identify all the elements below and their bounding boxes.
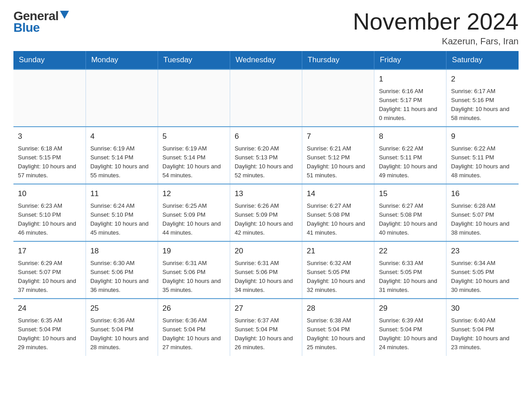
- weekday-header-row: Sunday Monday Tuesday Wednesday Thursday…: [13, 51, 519, 69]
- header-saturday: Saturday: [446, 51, 519, 69]
- calendar-cell-w3-d7: 16Sunrise: 6:28 AM Sunset: 5:07 PM Dayli…: [446, 184, 519, 241]
- day-number: 3: [18, 131, 81, 142]
- day-number: 4: [90, 131, 153, 142]
- calendar-cell-w4-d4: 20Sunrise: 6:31 AM Sunset: 5:06 PM Dayli…: [230, 241, 302, 299]
- calendar-body: 1Sunrise: 6:16 AM Sunset: 5:17 PM Daylig…: [13, 69, 519, 355]
- day-info: Sunrise: 6:17 AM Sunset: 5:16 PM Dayligh…: [451, 87, 514, 123]
- calendar-table: Sunday Monday Tuesday Wednesday Thursday…: [13, 51, 519, 355]
- day-info: Sunrise: 6:38 AM Sunset: 5:04 PM Dayligh…: [307, 316, 369, 352]
- calendar-cell-w5-d2: 25Sunrise: 6:36 AM Sunset: 5:04 PM Dayli…: [86, 299, 158, 355]
- day-info: Sunrise: 6:29 AM Sunset: 5:07 PM Dayligh…: [18, 259, 81, 295]
- day-info: Sunrise: 6:20 AM Sunset: 5:13 PM Dayligh…: [235, 144, 297, 180]
- logo-triangle-icon: [60, 11, 69, 20]
- calendar-cell-w5-d1: 24Sunrise: 6:35 AM Sunset: 5:04 PM Dayli…: [13, 299, 86, 355]
- calendar-cell-w2-d5: 7Sunrise: 6:21 AM Sunset: 5:12 PM Daylig…: [302, 127, 374, 184]
- calendar-cell-w5-d5: 28Sunrise: 6:38 AM Sunset: 5:04 PM Dayli…: [302, 299, 374, 355]
- day-info: Sunrise: 6:35 AM Sunset: 5:04 PM Dayligh…: [18, 316, 81, 352]
- day-number: 10: [18, 188, 81, 200]
- calendar-cell-w1-d2: [86, 69, 158, 127]
- day-info: Sunrise: 6:25 AM Sunset: 5:09 PM Dayligh…: [163, 201, 225, 238]
- calendar-cell-w1-d1: [13, 69, 86, 127]
- calendar-cell-w5-d3: 26Sunrise: 6:36 AM Sunset: 5:04 PM Dayli…: [158, 299, 230, 355]
- day-number: 24: [18, 303, 81, 314]
- calendar-cell-w2-d4: 6Sunrise: 6:20 AM Sunset: 5:13 PM Daylig…: [230, 127, 302, 184]
- day-info: Sunrise: 6:39 AM Sunset: 5:04 PM Dayligh…: [379, 316, 442, 352]
- day-number: 29: [379, 303, 442, 314]
- calendar-cell-w2-d7: 9Sunrise: 6:22 AM Sunset: 5:11 PM Daylig…: [446, 127, 519, 184]
- month-title: November 2024: [353, 9, 519, 34]
- calendar-cell-w3-d3: 12Sunrise: 6:25 AM Sunset: 5:09 PM Dayli…: [158, 184, 230, 241]
- calendar-cell-w4-d6: 22Sunrise: 6:33 AM Sunset: 5:05 PM Dayli…: [374, 241, 446, 299]
- day-number: 2: [451, 73, 514, 85]
- week-row-4: 17Sunrise: 6:29 AM Sunset: 5:07 PM Dayli…: [13, 241, 519, 299]
- week-row-2: 3Sunrise: 6:18 AM Sunset: 5:15 PM Daylig…: [13, 127, 519, 184]
- day-number: 8: [379, 131, 442, 142]
- calendar-cell-w1-d4: [230, 69, 302, 127]
- calendar-cell-w4-d5: 21Sunrise: 6:32 AM Sunset: 5:05 PM Dayli…: [302, 241, 374, 299]
- day-info: Sunrise: 6:24 AM Sunset: 5:10 PM Dayligh…: [90, 201, 153, 238]
- day-info: Sunrise: 6:31 AM Sunset: 5:06 PM Dayligh…: [235, 259, 297, 295]
- week-row-5: 24Sunrise: 6:35 AM Sunset: 5:04 PM Dayli…: [13, 299, 519, 355]
- day-number: 17: [18, 245, 81, 257]
- day-info: Sunrise: 6:22 AM Sunset: 5:11 PM Dayligh…: [451, 144, 514, 180]
- day-info: Sunrise: 6:23 AM Sunset: 5:10 PM Dayligh…: [18, 201, 81, 238]
- day-number: 23: [451, 245, 514, 257]
- calendar-cell-w3-d1: 10Sunrise: 6:23 AM Sunset: 5:10 PM Dayli…: [13, 184, 86, 241]
- calendar-cell-w1-d6: 1Sunrise: 6:16 AM Sunset: 5:17 PM Daylig…: [374, 69, 446, 127]
- calendar-cell-w5-d7: 30Sunrise: 6:40 AM Sunset: 5:04 PM Dayli…: [446, 299, 519, 355]
- day-number: 19: [163, 245, 225, 257]
- calendar-header: Sunday Monday Tuesday Wednesday Thursday…: [13, 51, 519, 69]
- week-row-3: 10Sunrise: 6:23 AM Sunset: 5:10 PM Dayli…: [13, 184, 519, 241]
- day-info: Sunrise: 6:22 AM Sunset: 5:11 PM Dayligh…: [379, 144, 442, 180]
- svg-marker-0: [60, 11, 69, 19]
- calendar-cell-w2-d2: 4Sunrise: 6:19 AM Sunset: 5:14 PM Daylig…: [86, 127, 158, 184]
- day-number: 1: [379, 73, 442, 85]
- day-number: 5: [163, 131, 225, 142]
- day-info: Sunrise: 6:33 AM Sunset: 5:05 PM Dayligh…: [379, 259, 442, 295]
- day-number: 16: [451, 188, 514, 200]
- day-number: 13: [235, 188, 297, 200]
- day-number: 21: [307, 245, 369, 257]
- calendar-cell-w2-d1: 3Sunrise: 6:18 AM Sunset: 5:15 PM Daylig…: [13, 127, 86, 184]
- calendar-cell-w2-d3: 5Sunrise: 6:19 AM Sunset: 5:14 PM Daylig…: [158, 127, 230, 184]
- day-number: 6: [235, 131, 297, 142]
- day-info: Sunrise: 6:37 AM Sunset: 5:04 PM Dayligh…: [235, 316, 297, 352]
- title-area: November 2024 Kazerun, Fars, Iran: [353, 9, 519, 47]
- week-row-1: 1Sunrise: 6:16 AM Sunset: 5:17 PM Daylig…: [13, 69, 519, 127]
- day-number: 27: [235, 303, 297, 314]
- day-number: 20: [235, 245, 297, 257]
- calendar-cell-w1-d7: 2Sunrise: 6:17 AM Sunset: 5:16 PM Daylig…: [446, 69, 519, 127]
- day-number: 12: [163, 188, 225, 200]
- day-number: 15: [379, 188, 442, 200]
- day-info: Sunrise: 6:40 AM Sunset: 5:04 PM Dayligh…: [451, 316, 514, 352]
- header-monday: Monday: [86, 51, 158, 69]
- day-info: Sunrise: 6:18 AM Sunset: 5:15 PM Dayligh…: [18, 144, 81, 180]
- day-info: Sunrise: 6:19 AM Sunset: 5:14 PM Dayligh…: [90, 144, 153, 180]
- day-info: Sunrise: 6:36 AM Sunset: 5:04 PM Dayligh…: [90, 316, 153, 352]
- header-sunday: Sunday: [13, 51, 86, 69]
- day-info: Sunrise: 6:27 AM Sunset: 5:08 PM Dayligh…: [307, 201, 369, 238]
- page-header: General Blue November 2024 Kazerun, Fars…: [13, 9, 519, 47]
- day-number: 11: [90, 188, 153, 200]
- day-number: 28: [307, 303, 369, 314]
- calendar-cell-w3-d5: 14Sunrise: 6:27 AM Sunset: 5:08 PM Dayli…: [302, 184, 374, 241]
- calendar-cell-w3-d6: 15Sunrise: 6:27 AM Sunset: 5:08 PM Dayli…: [374, 184, 446, 241]
- location: Kazerun, Fars, Iran: [353, 36, 519, 47]
- header-friday: Friday: [374, 51, 446, 69]
- calendar-cell-w1-d3: [158, 69, 230, 127]
- day-info: Sunrise: 6:28 AM Sunset: 5:07 PM Dayligh…: [451, 201, 514, 238]
- day-info: Sunrise: 6:16 AM Sunset: 5:17 PM Dayligh…: [379, 87, 442, 123]
- day-info: Sunrise: 6:31 AM Sunset: 5:06 PM Dayligh…: [163, 259, 225, 295]
- day-number: 7: [307, 131, 369, 142]
- calendar-cell-w4-d1: 17Sunrise: 6:29 AM Sunset: 5:07 PM Dayli…: [13, 241, 86, 299]
- day-number: 22: [379, 245, 442, 257]
- logo: General Blue: [13, 9, 69, 35]
- day-info: Sunrise: 6:26 AM Sunset: 5:09 PM Dayligh…: [235, 201, 297, 238]
- day-info: Sunrise: 6:36 AM Sunset: 5:04 PM Dayligh…: [163, 316, 225, 352]
- day-number: 18: [90, 245, 153, 257]
- day-info: Sunrise: 6:19 AM Sunset: 5:14 PM Dayligh…: [163, 144, 225, 180]
- header-wednesday: Wednesday: [230, 51, 302, 69]
- day-number: 25: [90, 303, 153, 314]
- logo-blue-text: Blue: [13, 21, 40, 35]
- day-number: 26: [163, 303, 225, 314]
